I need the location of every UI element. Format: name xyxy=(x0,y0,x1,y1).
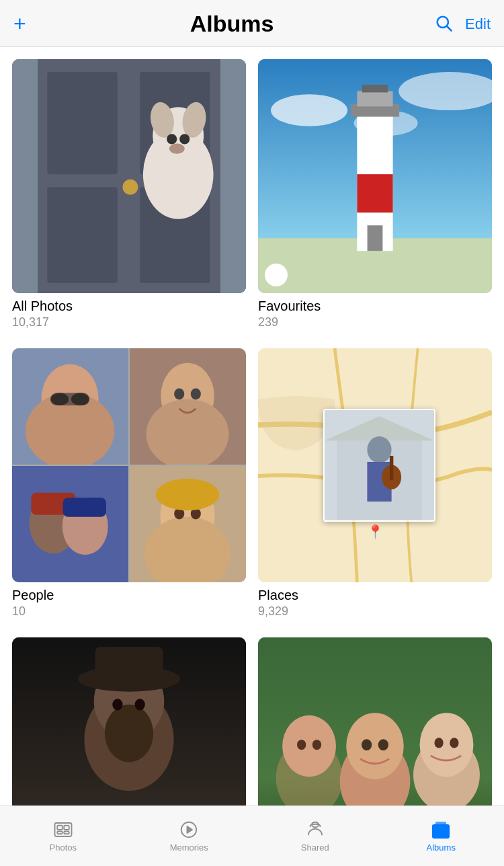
svg-rect-28 xyxy=(357,91,392,107)
svg-point-81 xyxy=(420,713,474,777)
add-button[interactable]: + xyxy=(13,11,54,36)
svg-point-52 xyxy=(156,479,220,510)
svg-point-13 xyxy=(167,134,177,144)
album-thumb-people xyxy=(12,348,246,582)
svg-point-79 xyxy=(378,739,388,750)
svg-point-67 xyxy=(112,699,122,710)
edit-button[interactable]: Edit xyxy=(465,15,491,33)
svg-rect-30 xyxy=(368,225,383,251)
people-cell-1 xyxy=(12,348,128,465)
svg-point-36 xyxy=(71,393,89,405)
album-title-people: People xyxy=(12,588,246,603)
svg-rect-16 xyxy=(12,59,38,293)
svg-marker-90 xyxy=(187,826,193,833)
svg-rect-93 xyxy=(436,822,446,826)
svg-rect-6 xyxy=(47,187,118,283)
album-title-favourites: Favourites xyxy=(258,299,492,314)
svg-point-41 xyxy=(191,389,201,400)
nav-shared[interactable]: Shared xyxy=(252,820,378,853)
page-title: Albums xyxy=(54,11,410,37)
people-cell-4 xyxy=(130,466,246,582)
svg-rect-26 xyxy=(357,174,392,212)
svg-point-82 xyxy=(434,738,443,748)
svg-point-15 xyxy=(169,144,185,154)
nav-photos[interactable]: Photos xyxy=(0,820,126,853)
svg-point-74 xyxy=(297,740,306,750)
album-places[interactable]: 📍 Places 9,329 xyxy=(258,348,492,619)
nav-albums[interactable]: Albums xyxy=(378,820,505,853)
album-title-places: Places xyxy=(258,588,492,603)
header: + Albums Edit xyxy=(0,0,504,47)
heart-badge xyxy=(265,264,288,286)
svg-point-73 xyxy=(282,715,336,777)
album-thumb-places: 📍 xyxy=(258,348,492,582)
svg-point-40 xyxy=(174,389,184,400)
svg-rect-29 xyxy=(362,85,388,92)
svg-point-14 xyxy=(179,134,190,144)
svg-rect-88 xyxy=(64,832,69,834)
album-people[interactable]: People 10 xyxy=(12,348,246,619)
svg-point-56 xyxy=(368,436,392,463)
svg-rect-59 xyxy=(390,456,393,480)
nav-photos-label: Photos xyxy=(50,842,77,853)
album-all-photos[interactable]: All Photos 10,317 xyxy=(12,59,246,329)
svg-point-77 xyxy=(346,713,404,779)
svg-point-78 xyxy=(362,739,372,750)
nav-shared-label: Shared xyxy=(301,842,329,853)
svg-point-66 xyxy=(105,705,153,762)
svg-rect-87 xyxy=(57,832,62,834)
svg-rect-17 xyxy=(220,59,246,293)
nav-albums-label: Albums xyxy=(427,842,456,853)
map-pin: 📍 xyxy=(367,524,384,540)
album-count-favourites: 239 xyxy=(258,315,492,329)
bottom-navigation: Photos Memories Shared Albums xyxy=(0,805,504,866)
album-title-all-photos: All Photos xyxy=(12,299,246,314)
nav-memories-label: Memories xyxy=(170,842,208,853)
people-cell-2 xyxy=(130,348,246,465)
svg-rect-85 xyxy=(57,826,62,830)
svg-point-83 xyxy=(450,738,458,748)
places-photo-overlay xyxy=(323,409,435,521)
main-content: + Albums Edit xyxy=(0,0,504,866)
album-thumb-all-photos xyxy=(12,59,246,293)
add-icon: + xyxy=(13,11,26,36)
svg-line-1 xyxy=(447,26,451,30)
album-count-places: 9,329 xyxy=(258,604,492,619)
header-actions: Edit xyxy=(410,13,491,35)
albums-grid: All Photos 10,317 xyxy=(0,47,504,866)
album-thumb-favourites xyxy=(258,59,492,293)
search-icon[interactable] xyxy=(434,13,453,35)
svg-point-21 xyxy=(271,94,347,126)
album-favourites[interactable]: Favourites 239 xyxy=(258,59,492,329)
album-count-all-photos: 10,317 xyxy=(12,315,246,329)
svg-rect-65 xyxy=(95,647,163,680)
svg-rect-4 xyxy=(47,72,118,174)
people-cell-3 xyxy=(12,466,128,582)
svg-point-68 xyxy=(135,699,145,710)
svg-point-35 xyxy=(51,393,69,405)
svg-rect-46 xyxy=(63,498,106,516)
svg-point-8 xyxy=(122,180,138,195)
nav-memories[interactable]: Memories xyxy=(126,820,253,853)
album-count-people: 10 xyxy=(12,604,246,619)
svg-point-75 xyxy=(312,740,321,750)
svg-rect-86 xyxy=(64,826,69,830)
